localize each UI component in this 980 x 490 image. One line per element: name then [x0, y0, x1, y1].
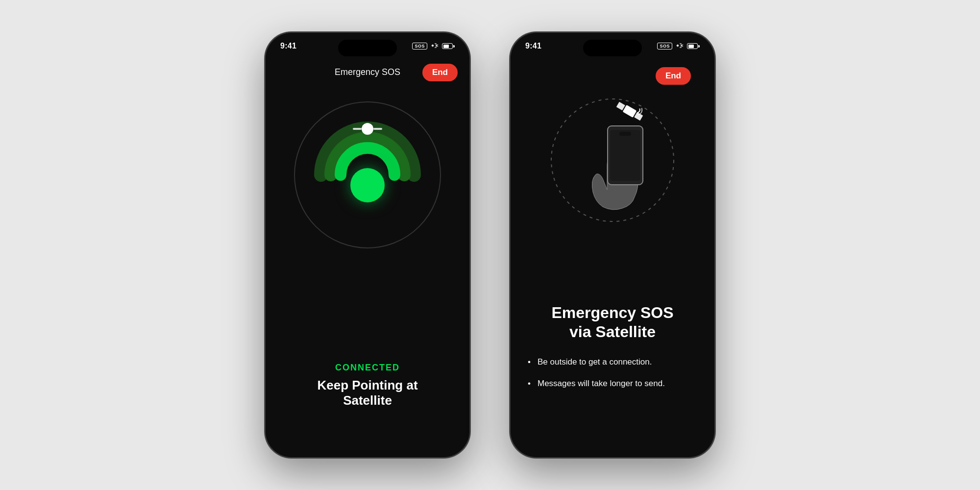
instruction-line1: Keep Pointing at [317, 378, 417, 392]
svg-rect-15 [619, 132, 631, 136]
svg-rect-4 [353, 128, 362, 130]
header-title: Emergency SOS [335, 67, 400, 77]
screen-header: Emergency SOS End [266, 67, 469, 77]
phone-2-screen: 9:41 SOS [511, 33, 714, 457]
sos-badge-2: SOS [657, 43, 672, 49]
dynamic-island-2 [583, 40, 642, 56]
satellite-icon [430, 42, 439, 50]
center-dot [350, 168, 385, 202]
status-time: 9:41 [280, 42, 296, 50]
orbit-container [544, 92, 681, 229]
status-icons-2: SOS [657, 42, 700, 50]
satellite-direction-display [294, 101, 441, 248]
bottom-status: CONNECTED Keep Pointing at Satellite [266, 363, 469, 408]
svg-point-0 [432, 45, 434, 46]
bullet-2: Messages will take longer to send. [528, 377, 697, 390]
pointing-instruction: Keep Pointing at Satellite [266, 378, 469, 408]
bullet-1: Be outside to get a connection. [528, 356, 697, 368]
status-icons: SOS [412, 42, 455, 50]
battery-icon [442, 43, 455, 49]
info-bullets: Be outside to get a connection. Messages… [528, 356, 697, 390]
status-time-2: 9:41 [525, 42, 541, 50]
svg-point-6 [677, 45, 679, 46]
battery-icon-2 [687, 43, 700, 49]
phone-hand-svg [576, 116, 649, 214]
svg-rect-14 [610, 130, 640, 181]
info-title: Emergency SOS via Satellite [528, 303, 697, 341]
sos-badge: SOS [412, 43, 427, 49]
info-text-container: Emergency SOS via Satellite Be outside t… [511, 303, 714, 398]
phone-1-frame: 9:41 SOS [265, 32, 470, 458]
svg-rect-5 [373, 128, 382, 130]
satellite-icon-2 [675, 42, 684, 50]
info-title-line2: via Satellite [569, 323, 656, 341]
svg-point-3 [362, 123, 373, 135]
dynamic-island [338, 40, 397, 56]
connected-status: CONNECTED [266, 363, 469, 373]
svg-rect-11 [616, 102, 625, 110]
end-button-2[interactable]: End [656, 67, 691, 85]
phone-1-screen: 9:41 SOS [266, 33, 469, 457]
phone-2-frame: 9:41 SOS [510, 32, 715, 458]
end-button[interactable]: End [422, 64, 458, 81]
instruction-line2: Satellite [343, 393, 392, 408]
info-title-line1: Emergency SOS [552, 304, 674, 321]
